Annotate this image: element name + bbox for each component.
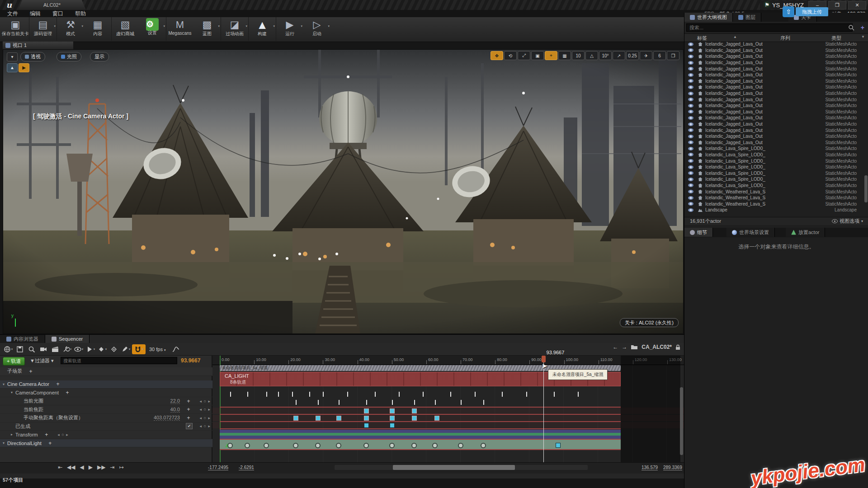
viewport-3d-scene[interactable]: ▾ 透视 光照 显示 ▲ ▶ [ 驾驶激活 - Cine Camera Acto… [3, 49, 684, 334]
menu-item[interactable]: 帮助 [75, 10, 86, 18]
transport-button[interactable]: ◀ [80, 464, 84, 470]
ruler-label[interactable]: 40.00 [359, 357, 370, 362]
track-value[interactable]: 403.072723 [154, 415, 180, 421]
sequencer-track-row[interactable]: ▾ CameraComponent + [0, 389, 212, 397]
outliner-search-input[interactable] [686, 23, 853, 32]
camera-speed-button[interactable]: ✈ [640, 51, 652, 60]
keyframe[interactable] [364, 423, 369, 428]
eye-visibility-icon[interactable] [688, 159, 693, 163]
key-nav-buttons[interactable]: ◂ ○ ▸ [193, 416, 211, 420]
expander-icon[interactable]: ▾ [3, 441, 7, 445]
eye-visibility-icon[interactable] [688, 122, 693, 126]
frame-rate-button[interactable]: 30 fps ▾ [149, 347, 166, 352]
tab-world-outliner[interactable]: 世界大纲视图 [684, 13, 733, 22]
sequencer-track-row[interactable]: ▾ Cine Camera Actor + [0, 380, 212, 389]
keyframe[interactable] [412, 408, 417, 413]
expander-icon[interactable]: ▾ [3, 382, 7, 386]
outliner-row[interactable]: Icelandic_Lava_Spire_LOD0_ StaticMeshAct… [684, 164, 868, 170]
ruler-label[interactable]: 50.00 [394, 357, 404, 362]
eye-visibility-icon[interactable] [688, 67, 693, 70]
expander-icon[interactable]: ▾ [11, 390, 15, 394]
eye-visibility-icon[interactable] [688, 73, 693, 77]
track-filter-button[interactable]: ▼过滤器 ▾ [30, 357, 53, 365]
menu-item[interactable]: 编辑 [30, 10, 41, 18]
eye-visibility-icon[interactable] [688, 183, 693, 187]
eye-visibility-icon[interactable] [688, 42, 693, 46]
sequencer-track-row[interactable]: 已生成 ✔ ◂ ○ ▸ [0, 422, 212, 431]
perspective-button[interactable]: 透视 [20, 52, 45, 61]
seq-track-area[interactable]: 0.0010.0020.0030.0040.0050.0060.0070.008… [212, 356, 684, 462]
show-flags-button[interactable]: 显示 [90, 52, 109, 61]
track-search-input[interactable] [61, 357, 177, 364]
grid-snap-value[interactable]: 10 [572, 51, 585, 60]
add-section-button[interactable]: + [184, 415, 193, 421]
keyframe[interactable] [556, 443, 561, 448]
curve-editor-button[interactable] [170, 344, 181, 354]
eye-visibility-icon[interactable] [688, 135, 693, 138]
keyframe-circle[interactable] [264, 443, 269, 448]
keyframe-row-ticks-2[interactable] [212, 399, 684, 406]
ruler-tick[interactable] [254, 360, 255, 364]
eye-visibility-icon[interactable] [688, 147, 693, 150]
outliner-row[interactable]: Icelandic_Jagged_Lava_Out StaticMeshActo [684, 96, 868, 103]
tab-world-settings[interactable]: 世界场景设置 [726, 228, 775, 237]
outliner-row[interactable]: Icelandic_Jagged_Lava_Out StaticMeshActo [684, 121, 868, 127]
keyframe-tick[interactable] [323, 392, 324, 397]
key-nav-buttons[interactable]: ◂ ○ ▸ [51, 432, 69, 437]
eject-pilot-button[interactable]: ▲ [7, 63, 18, 72]
outliner-row[interactable]: Landscape Landscape [684, 207, 868, 213]
playback-options-button[interactable] [85, 344, 96, 354]
ruler-tick[interactable] [323, 360, 323, 364]
render-movie-button[interactable] [50, 344, 61, 354]
add-section-button[interactable]: + [184, 398, 193, 404]
toolbar-button[interactable]: ◪ ▾ 过场动画 [221, 17, 248, 41]
outliner-row[interactable]: Icelandic_Jagged_Lava_Out StaticMeshActo [684, 127, 868, 133]
outliner-row[interactable]: Icelandic_Jagged_Lava_Out StaticMeshActo [684, 53, 868, 60]
toolbar-button[interactable]: M Megascans [166, 17, 193, 41]
outliner-row[interactable]: Icelandic_Jagged_Lava_Out StaticMeshActo [684, 109, 868, 115]
outliner-row[interactable]: Icelandic_Weathered_Lava_S StaticMeshAct… [684, 201, 868, 207]
ruler-tick[interactable] [358, 360, 358, 364]
toolbar-button[interactable]: ▧ 虚幻商城 [111, 17, 139, 41]
keyframe-tick[interactable] [578, 392, 579, 397]
keyframe-tick[interactable] [450, 392, 451, 397]
translate-tool-button[interactable]: ✥ [491, 51, 503, 60]
edit-mode-button[interactable] [120, 344, 131, 354]
outliner-row[interactable]: Icelandic_Jagged_Lava_Out StaticMeshActo [684, 41, 868, 47]
scale-snap-button[interactable]: ↗ [613, 51, 625, 60]
add-filter-icon[interactable]: + [861, 24, 864, 31]
ruler-tick[interactable] [426, 360, 427, 364]
transport-button[interactable]: ▶▶ [97, 464, 105, 470]
ruler-label[interactable]: 20.00 [290, 357, 301, 362]
toolbar-button[interactable]: ⚒ ▾ 模式 [57, 17, 84, 41]
keyframe[interactable] [364, 416, 369, 421]
chevron-down-icon[interactable]: ▾ [218, 24, 220, 28]
keyframe-tick[interactable] [502, 392, 503, 397]
eye-visibility-icon[interactable] [688, 178, 693, 181]
ruler-tick[interactable] [564, 360, 565, 364]
transport-button[interactable]: ◀◀ [67, 464, 75, 470]
outliner-row[interactable]: Icelandic_Jagged_Lava_Out StaticMeshActo [684, 47, 868, 54]
keyframe-tick[interactable] [399, 392, 400, 397]
key-nav-buttons[interactable]: ◂ ○ ▸ [193, 424, 211, 428]
menu-item[interactable]: 文件 [7, 10, 18, 18]
outliner-row[interactable]: Icelandic_Jagged_Lava_Out StaticMeshActo [684, 72, 868, 78]
keyframe-tick[interactable] [392, 400, 393, 405]
keyframe-circle[interactable] [432, 443, 438, 448]
keyframe-tick[interactable] [278, 392, 279, 397]
keyframe-row-aperture[interactable] [212, 408, 684, 414]
add-section-button[interactable]: + [42, 432, 51, 438]
eye-visibility-icon[interactable] [688, 165, 693, 169]
keyframe[interactable] [390, 423, 395, 428]
keyframe-circle[interactable] [411, 443, 417, 448]
tab-content-browser[interactable]: 内容浏览器 [0, 335, 45, 343]
keyframe[interactable] [434, 416, 439, 421]
maximize-viewport-button[interactable]: ❐ [667, 51, 679, 60]
keyframe-tick[interactable] [475, 392, 476, 397]
view-options-button[interactable] [73, 344, 84, 354]
keyframe-row-ticks-1[interactable] [212, 391, 684, 398]
eye-visibility-icon[interactable] [688, 128, 693, 132]
ruler-label[interactable]: 90.00 [531, 357, 542, 362]
keyframe-circle[interactable] [389, 443, 395, 448]
chevron-down-icon[interactable]: ▾ [54, 24, 56, 28]
